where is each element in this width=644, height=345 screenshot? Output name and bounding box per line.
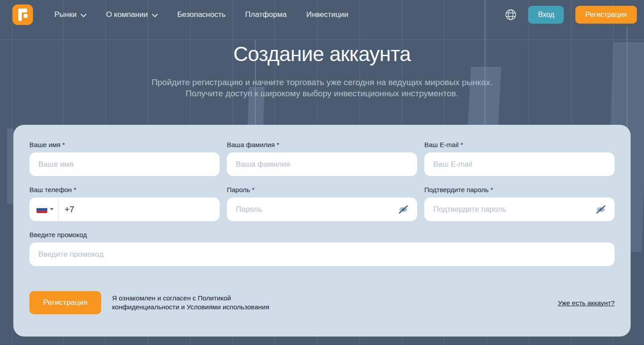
chevron-down-icon (152, 11, 158, 20)
terms-of-use-link[interactable]: Условиями использования (187, 303, 269, 311)
consent-part: и (181, 303, 187, 311)
logo-glyph (24, 14, 28, 18)
password-confirm-label: Подтвердите пароль * (424, 186, 615, 193)
email-field[interactable] (424, 152, 615, 176)
country-code-selector[interactable] (29, 197, 58, 221)
register-button[interactable]: Регистрация (575, 6, 637, 24)
page-subtitle: Пройдите регистрацию и начните торговать… (0, 77, 644, 99)
subtitle-line: Пройдите регистрацию и начните торговать… (0, 77, 644, 88)
phone-label: Ваш телефон * (29, 186, 220, 193)
candlestick-body (7, 128, 13, 204)
last-name-label: Ваша фамилия * (227, 141, 417, 148)
nav-menu: Рынки О компании Безопасность Платформа … (54, 10, 349, 20)
nav-item-platform[interactable]: Платформа (245, 10, 287, 19)
promo-field[interactable] (29, 242, 615, 266)
email-group: Ваш E-mail * (424, 141, 615, 176)
subtitle-line: Получите доступ к широкому выбору инвест… (0, 88, 644, 99)
password-field[interactable] (227, 197, 417, 221)
last-name-group: Ваша фамилия * (227, 141, 417, 176)
first-name-field[interactable] (29, 152, 220, 176)
registration-form-card: Ваше имя * Ваша фамилия * Ваш E-mail * В… (13, 125, 631, 337)
eye-off-icon (398, 205, 409, 214)
language-globe-icon[interactable] (505, 9, 517, 21)
background-horizontal-line (0, 39, 644, 40)
top-navigation: Рынки О компании Безопасность Платформа … (0, 0, 644, 29)
consent-part: Я ознакомлен и согласен с (112, 294, 197, 302)
page-title: Создание аккаунта (0, 42, 644, 66)
chevron-down-icon (81, 11, 86, 20)
password-group: Пароль * (227, 186, 417, 221)
consent-text: Я ознакомлен и согласен с Политикой конф… (112, 294, 287, 312)
login-button[interactable]: Вход (528, 6, 564, 24)
email-label: Ваш E-mail * (424, 141, 615, 148)
brand-logo[interactable] (12, 4, 33, 25)
already-have-account-link[interactable]: Уже есть аккаунт? (558, 299, 615, 307)
nav-item-markets[interactable]: Рынки (54, 10, 86, 20)
nav-item-about[interactable]: О компании (106, 10, 158, 20)
russia-flag-icon (37, 206, 47, 213)
first-name-label: Ваше имя * (29, 141, 220, 148)
nav-item-investments[interactable]: Инвестиции (306, 10, 348, 19)
password-confirm-field[interactable] (424, 197, 615, 221)
first-name-group: Ваше имя * (29, 141, 220, 176)
nav-right-group: Вход Регистрация (505, 6, 637, 24)
logo-glyph (21, 8, 27, 12)
nav-item-label: Инвестиции (306, 10, 348, 19)
phone-group: Ваш телефон * (29, 186, 220, 221)
phone-field[interactable] (58, 197, 220, 221)
toggle-password-visibility-button[interactable] (397, 204, 410, 215)
promo-label: Введите промокод (29, 231, 615, 238)
hero-section: Создание аккаунта Пройдите регистрацию и… (0, 42, 644, 99)
form-footer: Регистрация Я ознакомлен и согласен с По… (29, 291, 615, 314)
password-label: Пароль * (227, 186, 417, 193)
nav-item-security[interactable]: Безопасность (177, 10, 226, 19)
form-row-1: Ваше имя * Ваша фамилия * Ваш E-mail * (29, 141, 615, 176)
form-row-2: Ваш телефон * Пароль * (29, 186, 615, 221)
promo-group: Введите промокод (29, 231, 615, 266)
nav-item-label: Безопасность (177, 10, 226, 19)
nav-item-label: Платформа (245, 10, 287, 19)
nav-item-label: О компании (106, 10, 148, 19)
toggle-password-visibility-button[interactable] (594, 204, 607, 215)
password-confirm-group: Подтвердите пароль * (424, 186, 615, 221)
eye-off-icon (595, 205, 607, 214)
nav-item-label: Рынки (54, 10, 77, 19)
submit-registration-button[interactable]: Регистрация (29, 291, 101, 314)
caret-down-icon (50, 208, 53, 210)
last-name-field[interactable] (227, 152, 417, 176)
phone-input-group (29, 197, 220, 221)
